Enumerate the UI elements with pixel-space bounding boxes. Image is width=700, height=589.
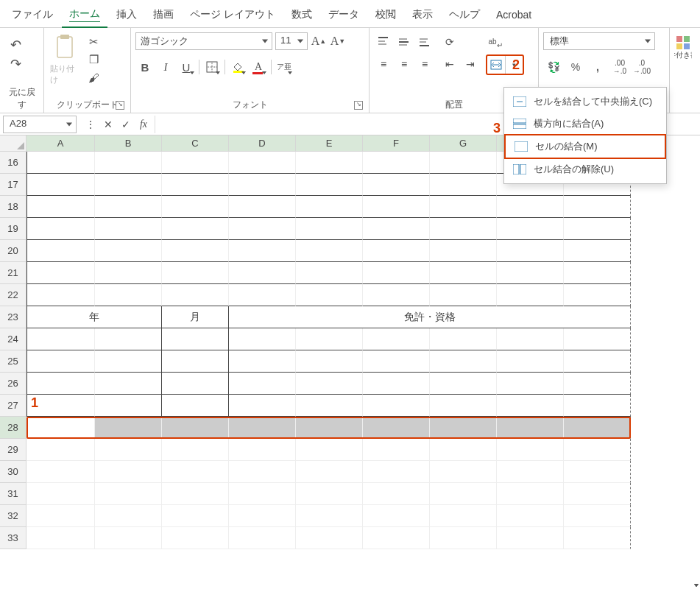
cell[interactable] [564,284,631,306]
fill-color-button[interactable] [228,57,247,77]
accounting-format-button[interactable]: 💱 [543,57,564,77]
cell[interactable] [162,483,229,505]
cell[interactable] [26,152,95,174]
cell[interactable] [162,262,229,284]
cell[interactable] [296,174,363,196]
cell[interactable] [564,439,631,461]
merge-across-item[interactable]: 横方向に結合(A) [504,113,666,135]
merge-cells-button[interactable] [487,56,505,74]
row-header[interactable]: 26 [0,373,26,395]
cell[interactable] [229,152,296,174]
cell[interactable] [497,439,564,461]
cell[interactable] [296,328,363,350]
cell[interactable] [26,417,95,439]
orientation-button[interactable]: ⟳ [440,32,459,52]
cell[interactable] [229,196,296,218]
cell[interactable] [430,505,497,527]
cell[interactable] [296,505,363,527]
cell[interactable] [162,527,229,549]
cell[interactable] [497,395,564,417]
align-right-button[interactable]: ≡ [415,54,434,74]
cell[interactable] [564,373,631,395]
increase-decimal-button[interactable]: .00→.0 [609,57,630,77]
align-top-button[interactable] [374,32,393,52]
cell[interactable] [162,373,229,395]
column-header[interactable]: E [296,135,363,152]
cell[interactable] [497,373,564,395]
cell[interactable] [229,439,296,461]
cell[interactable] [95,262,162,284]
row-header[interactable]: 23 [0,306,26,328]
row-header[interactable]: 16 [0,152,26,174]
decrease-decimal-button[interactable]: .0→.00 [632,57,652,77]
cell[interactable] [430,262,497,284]
cell[interactable] [95,527,162,549]
cell[interactable] [497,505,564,527]
cell[interactable] [296,240,363,262]
font-color-button[interactable]: A [249,57,268,77]
cell[interactable] [296,196,363,218]
cell[interactable] [363,174,430,196]
cell[interactable] [564,505,631,527]
cell[interactable] [430,483,497,505]
cell[interactable] [95,417,162,439]
row-header[interactable]: 20 [0,240,26,262]
row-header[interactable]: 25 [0,350,26,373]
cell[interactable] [162,350,229,373]
cell[interactable] [95,328,162,350]
cell[interactable] [430,328,497,350]
cell[interactable] [296,350,363,373]
cell[interactable] [497,350,564,373]
cell[interactable] [95,152,162,174]
cell[interactable] [296,262,363,284]
column-header[interactable]: D [229,135,296,152]
cell[interactable] [564,417,631,439]
name-box[interactable]: A28 [3,116,77,133]
cell[interactable] [229,373,296,395]
enter-formula-button[interactable]: ✓ [118,116,134,133]
cell[interactable] [26,218,95,240]
cell[interactable] [26,373,95,395]
cell[interactable] [430,152,497,174]
merge-cells-item[interactable]: セルの結合(M) [504,134,666,159]
cell[interactable] [564,218,631,240]
cell[interactable] [497,417,564,439]
increase-font-button[interactable]: A▲ [311,33,327,49]
cell[interactable] [95,461,162,483]
cell[interactable] [363,439,430,461]
cell[interactable] [564,461,631,483]
row-header[interactable]: 22 [0,284,26,306]
cell[interactable] [162,196,229,218]
menu-help[interactable]: ヘルプ [442,4,487,27]
cell[interactable] [430,240,497,262]
cell[interactable] [162,218,229,240]
font-size-select[interactable]: 11 [275,32,308,50]
menu-file[interactable]: ファイル [4,4,60,27]
cell[interactable] [162,505,229,527]
cell[interactable] [95,505,162,527]
cell[interactable] [430,439,497,461]
row-header[interactable]: 29 [0,439,26,461]
number-format-select[interactable]: 標準 [543,32,655,50]
cell[interactable] [430,174,497,196]
cell[interactable] [95,350,162,373]
cell[interactable] [296,439,363,461]
column-header[interactable]: F [363,135,430,152]
align-middle-button[interactable] [395,32,414,52]
cell[interactable] [430,461,497,483]
format-painter-button[interactable]: 🖌 [84,69,103,85]
cell[interactable] [296,483,363,505]
cell[interactable] [430,417,497,439]
cell[interactable] [229,505,296,527]
decrease-indent-button[interactable]: ⇤ [440,54,459,74]
row-header[interactable]: 21 [0,262,26,284]
cell[interactable] [229,417,296,439]
wrap-text-button[interactable]: ab↵ [486,32,505,52]
row-header[interactable]: 31 [0,483,26,505]
cell[interactable] [26,483,95,505]
redo-button[interactable]: ↷ [6,56,26,72]
cell[interactable] [229,461,296,483]
cell[interactable] [296,395,363,417]
menu-draw[interactable]: 描画 [146,4,181,27]
cell[interactable] [497,240,564,262]
